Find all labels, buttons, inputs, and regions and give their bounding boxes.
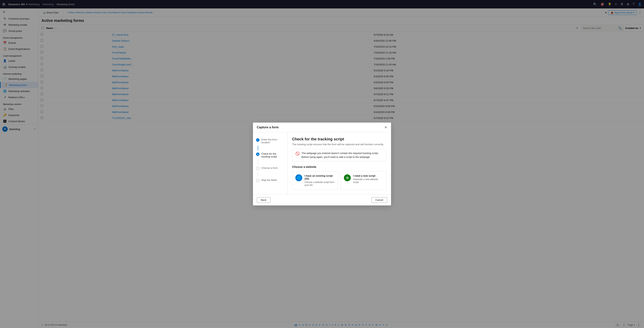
new-script-option[interactable]: ⊕ I need a new script Generate a new web… [340, 171, 386, 190]
new-script-icon: ⊕ [344, 174, 351, 181]
error-text: The webpage you entered doesn't contain … [302, 151, 383, 159]
step-item-choose-form[interactable]: Choose a form [253, 164, 287, 172]
website-section-title: Choose a website [292, 165, 386, 168]
existing-script-label: I have an existing script (43) [304, 174, 335, 180]
step-3-label: Choose a form [262, 166, 278, 169]
existing-script-icon: 🌐 [295, 174, 302, 181]
step-2-label: Check for the tracking script [262, 152, 284, 158]
new-script-desc: Generate a new website script. [353, 178, 378, 184]
step-connector-1 [258, 146, 258, 150]
modal-body: ✓ Enter the form location ● Check for th… [253, 132, 391, 194]
modal-overlay[interactable]: Capture a form ✕ ✓ Enter the form locati… [0, 0, 644, 328]
step-1-bullet: ✓ [256, 138, 260, 142]
website-options: 🌐 I have an existing script (43) Choose … [292, 171, 386, 190]
new-script-label: I need a new script [353, 174, 383, 177]
error-icon: 🚫 [295, 152, 300, 156]
cancel-button[interactable]: Cancel [372, 197, 387, 203]
modal-content-description: The tracking script ensures that the for… [292, 143, 386, 146]
modal: Capture a form ✕ ✓ Enter the form locati… [253, 122, 391, 206]
step-connector-3 [258, 172, 258, 177]
step-4-label: Map the fields [262, 178, 277, 182]
step-4-bullet [256, 179, 260, 182]
error-box: 🚫 The webpage you entered doesn't contai… [292, 149, 386, 161]
new-script-text: I need a new script Generate a new websi… [353, 174, 383, 184]
modal-header: Capture a form ✕ [253, 122, 391, 132]
back-button[interactable]: Back [257, 197, 270, 203]
step-item-check-tracking[interactable]: ● Check for the tracking script [253, 150, 287, 160]
modal-content-title: Check for the tracking script [292, 137, 386, 141]
step-1-label: Enter the form location [262, 138, 284, 144]
step-3-bullet [256, 167, 260, 170]
modal-close-button[interactable]: ✕ [384, 126, 387, 129]
existing-script-desc: Choose a website script from your list. [304, 181, 334, 186]
modal-footer: Back Cancel [253, 194, 391, 206]
step-item-enter-location[interactable]: ✓ Enter the form location [253, 136, 287, 146]
step-connector-2 [258, 160, 258, 164]
existing-script-option[interactable]: 🌐 I have an existing script (43) Choose … [292, 171, 338, 190]
modal-content-area: Check for the tracking script The tracki… [288, 132, 391, 194]
step-2-bullet: ● [256, 152, 260, 156]
step-item-map-fields[interactable]: Map the fields [253, 177, 287, 184]
existing-script-text: I have an existing script (43) Choose a … [304, 174, 335, 186]
modal-title: Capture a form [257, 126, 279, 129]
modal-steps: ✓ Enter the form location ● Check for th… [253, 132, 288, 194]
